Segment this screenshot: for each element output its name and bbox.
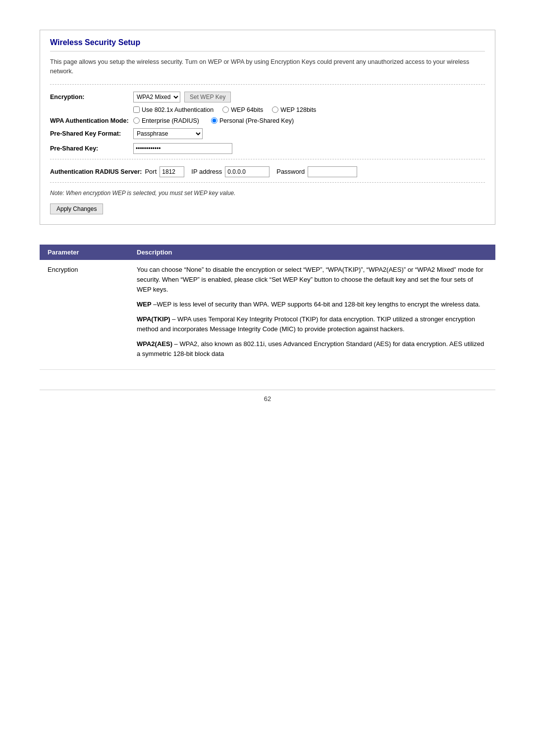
radius-row: Authentication RADIUS Server: Port IP ad… [50, 166, 485, 177]
enterprise-radius-radio[interactable] [133, 117, 140, 124]
wpa2-aes-bold: WPA2(AES) [137, 340, 172, 348]
encryption-select[interactable]: WPA2 Mixed None WEP WPA(TKIP) WPA2(AES) [133, 92, 180, 102]
enc-desc-wep: WEP –WEP is less level of security than … [137, 300, 487, 309]
table-row: Encryption You can choose “None” to disa… [40, 260, 495, 370]
wpa-tkip-bold: WPA(TKIP) [137, 315, 170, 323]
wep-64bits-radio[interactable] [222, 106, 229, 113]
wep-128bits-radio[interactable] [272, 106, 278, 113]
col-parameter-header: Parameter [40, 245, 129, 260]
wep-128bits-radio-label[interactable]: WEP 128bits [272, 106, 316, 113]
page-number: 62 [40, 390, 495, 403]
personal-label: Personal (Pre-Shared Key) [219, 117, 294, 124]
panel-title: Wireless Security Setup [50, 38, 485, 51]
radius-pw-label: Password [276, 168, 305, 175]
wireless-security-panel: Wireless Security Setup This page allows… [40, 30, 495, 225]
encryption-row: Encryption: WPA2 Mixed None WEP WPA(TKIP… [50, 92, 485, 102]
radius-label: Authentication RADIUS Server: [50, 168, 142, 175]
enc-desc-p1: You can choose “None” to disable the enc… [137, 265, 487, 295]
wep-64bits-label: WEP 64bits [231, 106, 263, 113]
param-name-encryption: Encryption [40, 260, 129, 370]
psk-format-row: Pre-Shared Key Format: Passphrase Hex [50, 128, 485, 139]
panel-description: This page allows you setup the wireless … [50, 57, 485, 76]
wep-128bits-label: WEP 128bits [280, 106, 316, 113]
enc-desc-wpa-tkip: WPA(TKIP) – WPA uses Temporal Key Integr… [137, 314, 487, 334]
personal-psk-radio[interactable] [211, 117, 217, 124]
radius-port-input[interactable] [160, 166, 184, 177]
wpa-auth-mode-label: WPA Authentication Mode: [50, 117, 129, 124]
enterprise-label: Enterprise (RADIUS) [142, 117, 199, 124]
personal-radio-label[interactable]: Personal (Pre-Shared Key) [211, 117, 294, 124]
psk-key-row: Pre-Shared Key: [50, 143, 485, 154]
wep-64bits-radio-label[interactable]: WEP 64bits [222, 106, 263, 113]
psk-format-select[interactable]: Passphrase Hex [133, 128, 203, 139]
use-8021x-checkbox[interactable] [133, 106, 140, 113]
radius-ip-input[interactable] [225, 166, 269, 177]
enterprise-radio-label[interactable]: Enterprise (RADIUS) [133, 117, 199, 124]
wep-bold: WEP [137, 301, 152, 308]
radius-password-input[interactable] [308, 166, 357, 177]
parameter-table: Parameter Description Encryption You can… [40, 245, 495, 370]
encryption-label: Encryption: [50, 94, 129, 101]
enc-desc-wpa2-aes: WPA2(AES) – WPA2, also known as 802.11i,… [137, 339, 487, 359]
radius-ip-label: IP address [191, 168, 222, 175]
param-desc-encryption: You can choose “None” to disable the enc… [129, 260, 495, 370]
use-8021x-label: Use 802.1x Authentication [142, 106, 214, 113]
form-divider-bot [50, 182, 485, 183]
col-description-header: Description [129, 245, 495, 260]
radius-port-label: Port [145, 168, 157, 175]
psk-key-input[interactable] [133, 143, 232, 154]
wpa-auth-mode-row: WPA Authentication Mode: Enterprise (RAD… [50, 117, 485, 124]
apply-changes-button[interactable]: Apply Changes [50, 203, 103, 214]
form-divider-top [50, 84, 485, 85]
set-wep-key-button[interactable]: Set WEP Key [184, 92, 231, 102]
psk-format-label: Pre-Shared Key Format: [50, 130, 129, 137]
use-8021x-checkbox-label[interactable]: Use 802.1x Authentication [133, 106, 214, 113]
auth-wep-row: Use 802.1x Authentication WEP 64bits WEP… [50, 106, 485, 113]
wep-note: Note: When encryption WEP is selected, y… [50, 190, 485, 197]
form-divider-mid [50, 159, 485, 159]
psk-key-label: Pre-Shared Key: [50, 145, 129, 152]
